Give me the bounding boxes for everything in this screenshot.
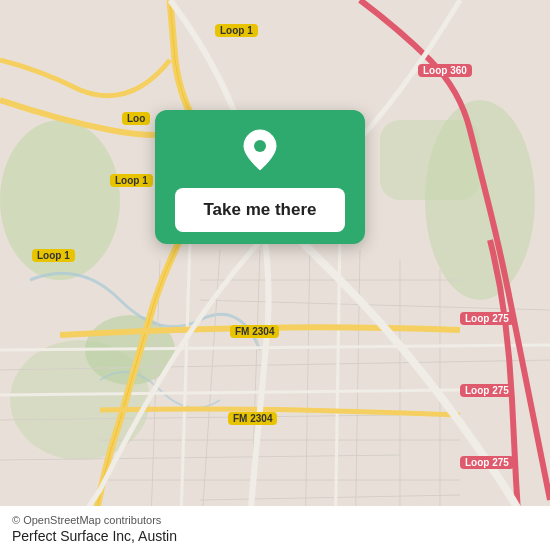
road-label-loop1-top: Loop 1: [215, 24, 258, 37]
take-me-there-button[interactable]: Take me there: [175, 188, 345, 232]
road-label-loop360: Loop 360: [418, 64, 472, 77]
svg-rect-4: [380, 120, 480, 200]
bottom-bar: © OpenStreetMap contributors Perfect Sur…: [0, 506, 550, 550]
location-label: Perfect Surface Inc, Austin: [12, 528, 538, 544]
road-label-loop275-right3: Loop 275: [460, 456, 514, 469]
road-label-fm2304-bot: FM 2304: [228, 412, 277, 425]
road-label-loop275-right2: Loop 275: [460, 384, 514, 397]
road-label-loop1-left: Loop 1: [110, 174, 153, 187]
road-label-loop-top2: Loo: [122, 112, 150, 125]
popup-card: Take me there: [155, 110, 365, 244]
road-label-loop275-right: Loop 275: [460, 312, 514, 325]
attribution-text: © OpenStreetMap contributors: [12, 514, 538, 526]
road-label-loop-left2: Loop 1: [32, 249, 75, 262]
map-container: Loop 1 Loop 360 Loop 1 Loop 1 FM 2304 Lo…: [0, 0, 550, 550]
svg-point-25: [254, 140, 266, 152]
location-pin-icon: [238, 128, 282, 172]
road-label-fm2304-mid: FM 2304: [230, 325, 279, 338]
